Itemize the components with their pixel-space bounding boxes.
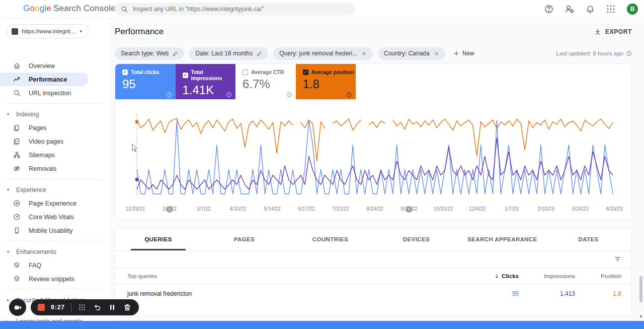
sidebar-item-label: Sitemaps: [29, 152, 55, 159]
metric-card-total-impressions[interactable]: ✓ Total impressions 1.41K: [176, 64, 236, 99]
info-icon: [626, 50, 632, 56]
section-label: Experience: [16, 186, 46, 193]
metric-help-icon[interactable]: [286, 91, 292, 97]
sidebar-item-sitemaps[interactable]: Sitemaps: [0, 148, 110, 162]
export-label: EXPORT: [605, 28, 632, 35]
sidebar-item-label: Mobile Usability: [29, 227, 73, 234]
sidebar-section-indexing[interactable]: ▾Indexing: [0, 107, 110, 121]
column-header-clicks[interactable]: Clicks: [463, 273, 519, 279]
sidebar-item-faq[interactable]: FAQ: [0, 258, 110, 272]
property-selector[interactable]: https://www.integrit... ▼: [6, 24, 89, 38]
help-icon[interactable]: [544, 5, 553, 14]
sidebar-item-label: Review snippets: [29, 276, 74, 283]
apps-grid-icon[interactable]: [606, 5, 615, 14]
time-series-chart[interactable]: [135, 110, 614, 197]
sidebar-item-core-web-vitals[interactable]: Core Web Vitals: [0, 210, 110, 224]
app-logo: GoogleSearch Console: [23, 4, 116, 14]
tab-devices[interactable]: DEVICES: [373, 228, 459, 250]
tab-pages[interactable]: PAGES: [201, 228, 287, 250]
scroll-down-arrow[interactable]: ▼: [639, 314, 643, 319]
metric-help-icon[interactable]: [166, 91, 172, 97]
faq-icon: [13, 261, 21, 269]
filter-chip[interactable]: Query: junk removal frederi...: [273, 47, 373, 60]
tab-label: PAGES: [234, 236, 255, 242]
column-header-impressions[interactable]: Impressions: [519, 273, 575, 279]
metric-card-average-ctr[interactable]: ✓ Average CTR 6.7%: [235, 64, 296, 99]
impressions-cell: 1,413: [519, 290, 575, 297]
mouse-cursor: [131, 144, 138, 153]
timeline-annotation-marker[interactable]: !: [167, 206, 173, 213]
metric-card-average-position[interactable]: ✓ Average position 1.8: [296, 64, 356, 99]
metric-checkbox[interactable]: ✓: [243, 70, 248, 75]
pause-icon[interactable]: [108, 303, 117, 312]
tab-label: COUNTRIES: [312, 236, 348, 242]
filter-icon[interactable]: [614, 255, 621, 263]
sidebar-section-enhancements[interactable]: ▾Enhancements: [0, 245, 110, 258]
edit-pencil-icon[interactable]: [173, 51, 178, 56]
metric-help-icon[interactable]: [346, 91, 352, 97]
filter-chip[interactable]: Date: Last 16 months: [189, 47, 268, 60]
sidebar-item-label: Performance: [29, 76, 67, 83]
timeline-annotation-marker[interactable]: !: [406, 206, 413, 213]
sort-arrow-icon: [494, 274, 500, 279]
section-label: Indexing: [16, 111, 39, 118]
remove-filter-icon[interactable]: [361, 51, 367, 56]
performance-chart-card: ✓ Total clicks 95 ✓ Total impressions 1.…: [115, 63, 632, 220]
chip-label: Search type: Web: [121, 50, 169, 57]
core-web-vitals-icon: [13, 213, 21, 221]
sidebar-item-label: Pages: [29, 124, 46, 131]
trash-icon[interactable]: [123, 303, 132, 312]
add-filter-button[interactable]: New: [450, 50, 477, 57]
metric-checkbox[interactable]: ✓: [183, 73, 188, 78]
sidebar-item-pages[interactable]: Pages: [0, 121, 110, 135]
avatar[interactable]: B: [627, 4, 638, 15]
metric-help-icon[interactable]: [226, 91, 232, 97]
stop-recording-button[interactable]: [38, 304, 45, 311]
scrollbar-thumb[interactable]: [639, 276, 642, 302]
sidebar-item-page-experience[interactable]: Page Experience: [0, 196, 110, 210]
filter-chip[interactable]: Country: Canada: [378, 47, 445, 60]
table-row-header: Top queries: [127, 273, 463, 279]
user-settings-icon[interactable]: [565, 5, 574, 14]
scrollbar[interactable]: ▼: [638, 18, 643, 321]
drag-grid-icon[interactable]: [77, 303, 87, 312]
notifications-bell-icon[interactable]: [586, 5, 595, 14]
sidebar-item-url-inspection[interactable]: URL inspection: [0, 86, 110, 100]
x-axis-tick-label: 12/29/21: [126, 206, 145, 212]
metric-card-total-clicks[interactable]: ✓ Total clicks 95: [115, 64, 176, 99]
menu-icon[interactable]: [8, 5, 17, 14]
video-pages-icon: [13, 138, 21, 145]
sidebar-item-video-pages[interactable]: Video pages: [0, 135, 110, 148]
sidebar-item-overview[interactable]: Overview: [0, 59, 110, 73]
tab-search-appearance[interactable]: SEARCH APPEARANCE: [459, 228, 545, 250]
x-axis-tick-label: 3/16/23: [572, 206, 588, 212]
sidebar-item-removals[interactable]: Removals: [0, 162, 110, 175]
table-filter-row: [115, 251, 631, 268]
sidebar-section-experience[interactable]: ▾Experience: [0, 183, 110, 196]
tab-queries[interactable]: QUERIES: [115, 228, 201, 250]
sidebar-item-label: Core Web Vitals: [29, 214, 74, 221]
column-header-position[interactable]: Position: [575, 273, 621, 279]
sidebar-item-label: FAQ: [29, 262, 41, 269]
search-input[interactable]: [133, 6, 349, 13]
filter-chip[interactable]: Search type: Web: [115, 47, 184, 60]
sidebar-item-performance[interactable]: Performance: [0, 73, 89, 86]
bottom-blue-bar: [0, 321, 644, 329]
metric-label: Average position: [311, 69, 354, 75]
sidebar-item-review-snippets[interactable]: Review snippets: [0, 272, 110, 286]
remove-filter-icon[interactable]: [434, 51, 439, 56]
undo-icon[interactable]: [93, 303, 102, 312]
tab-countries[interactable]: COUNTRIES: [287, 228, 373, 250]
google-logo: Google: [23, 4, 51, 13]
sidebar-item-mobile-usability[interactable]: Mobile Usability: [0, 224, 110, 237]
tab-dates[interactable]: DATES: [545, 228, 631, 250]
x-axis-tick-label: 5/14/22: [264, 206, 280, 212]
edit-pencil-icon[interactable]: [257, 51, 262, 56]
table-row[interactable]: junk removal fredericton 95 1,413 1.8: [115, 284, 631, 302]
query-cell[interactable]: junk removal fredericton: [127, 290, 463, 297]
url-inspect-searchbar[interactable]: [115, 3, 355, 16]
camera-button[interactable]: [9, 299, 26, 316]
metric-checkbox[interactable]: ✓: [122, 70, 128, 75]
export-button[interactable]: EXPORT: [594, 28, 632, 35]
metric-checkbox[interactable]: ✓: [303, 70, 308, 75]
